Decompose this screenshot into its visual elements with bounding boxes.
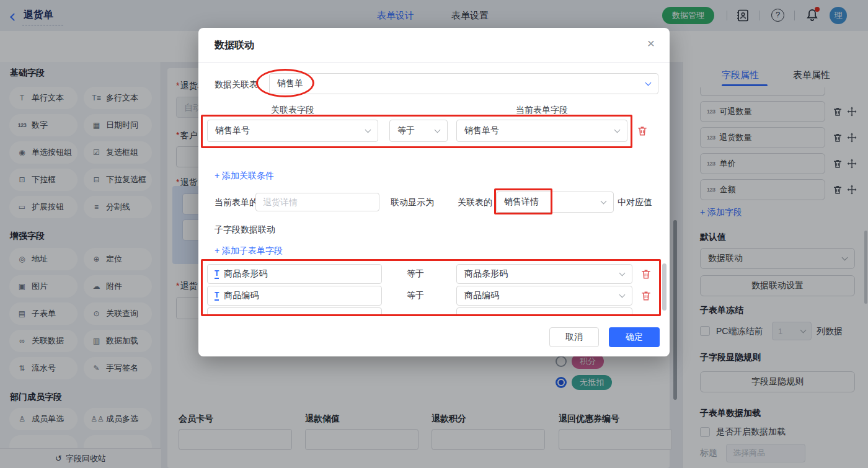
subfield-linkage-label: 子字段数据联动 <box>215 224 275 236</box>
delete-subfield-icon[interactable] <box>640 289 652 302</box>
select-value: 销售详情 <box>504 196 601 208</box>
equals-text: 等于 <box>407 290 424 301</box>
modal-title: 数据联动 <box>215 39 254 52</box>
column-header-current-field: 当前表单字段 <box>456 105 627 116</box>
chevron-down-icon <box>614 126 621 133</box>
select-value: 销售单号 <box>464 125 615 136</box>
relation-table-select[interactable]: 销售单 <box>269 73 658 94</box>
condition-left-select[interactable]: 销售单号 <box>207 120 378 142</box>
chevron-down-icon <box>619 270 626 276</box>
related-table-label: 关联表的 <box>458 197 492 208</box>
data-linkage-modal: 数据联动 × 数据关联表 销售单 关联表字段 当前表单字段 销售单号 等于 销售… <box>198 28 670 356</box>
subfield-rows: T 商品条形码 等于 商品条形码 T 商品编码 等于 商品编码 <box>198 262 670 316</box>
chevron-down-icon <box>645 79 652 86</box>
subfield-right-select-code[interactable]: 商品编码 <box>456 286 632 306</box>
column-header-relation-field: 关联表字段 <box>207 105 378 116</box>
condition-operator-select[interactable]: 等于 <box>389 120 448 142</box>
chevron-down-icon <box>619 291 626 298</box>
condition-right-select[interactable]: 销售单号 <box>456 120 627 142</box>
chevron-down-icon <box>435 126 441 133</box>
delete-subfield-icon[interactable] <box>640 268 652 280</box>
field-value: 商品条形码 <box>224 268 267 280</box>
app-root: 退货单 表单设计 表单设置 数据管理 ? 理 表单外链 后端脚本 数据权限 预览… <box>0 0 868 468</box>
cancel-button[interactable]: 取消 <box>549 327 599 347</box>
text-field-icon: T <box>215 270 219 279</box>
relation-table-label: 数据关联表 <box>215 79 258 91</box>
confirm-button[interactable]: 确定 <box>609 327 660 347</box>
modal-scrollbar-thumb[interactable] <box>662 263 666 311</box>
select-value: 等于 <box>397 125 435 136</box>
delete-condition-icon[interactable] <box>636 125 649 137</box>
display-as-label: 联动显示为 <box>391 197 434 208</box>
modal-divider <box>198 62 670 63</box>
related-field-select[interactable]: 销售详情 <box>496 192 614 213</box>
add-condition-link[interactable]: + 添加关联条件 <box>215 170 274 182</box>
select-value: 商品条形码 <box>464 268 620 280</box>
select-value: 销售单 <box>277 78 646 89</box>
subfield-row-partial <box>207 307 382 316</box>
add-subfield-link[interactable]: + 添加子表单字段 <box>215 245 283 257</box>
subfield-left-field-barcode[interactable]: T 商品条形码 <box>207 264 382 284</box>
select-value: 商品编码 <box>464 290 620 301</box>
select-value: 销售单号 <box>215 125 366 136</box>
subfield-left-field-code[interactable]: T 商品编码 <box>207 286 382 306</box>
current-field-input[interactable] <box>255 193 379 211</box>
close-icon[interactable]: × <box>647 37 655 50</box>
current-form-label: 当前表单的 <box>215 197 258 208</box>
field-value: 商品编码 <box>224 290 259 301</box>
subfield-right-select-barcode[interactable]: 商品条形码 <box>456 264 632 284</box>
text-field-icon: T <box>215 291 219 301</box>
value-suffix-label: 中对应值 <box>618 197 652 208</box>
chevron-down-icon <box>601 198 607 204</box>
chevron-down-icon <box>365 126 371 133</box>
subfield-row-partial <box>456 307 632 316</box>
equals-text: 等于 <box>407 268 424 280</box>
